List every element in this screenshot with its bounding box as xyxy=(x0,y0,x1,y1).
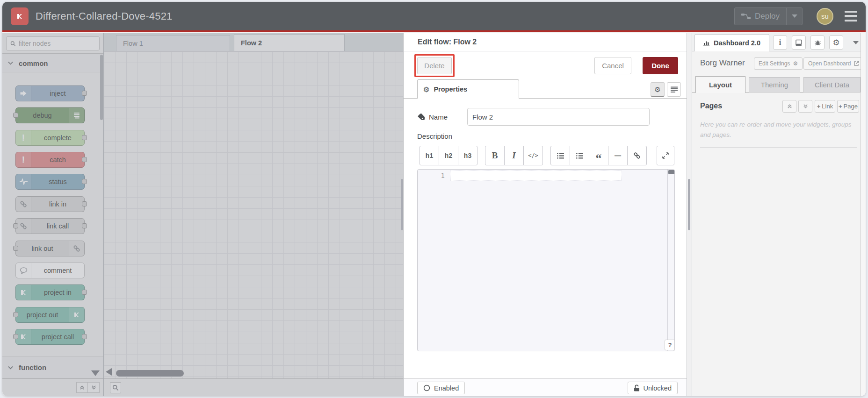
sidebar-resize-handle[interactable] xyxy=(688,179,690,230)
bug-icon xyxy=(814,39,821,46)
quote-button[interactable]: “ xyxy=(589,146,608,165)
settings-button[interactable]: ⚙ xyxy=(829,36,843,50)
node-port-output xyxy=(82,334,87,339)
h2-button[interactable]: h2 xyxy=(439,146,458,165)
angle-double-up-icon xyxy=(80,385,85,390)
edit-settings-button[interactable]: Edit Settings ⚙ xyxy=(754,57,803,70)
palette-filter-input[interactable] xyxy=(19,40,95,47)
open-dashboard-button[interactable]: Open Dashboard xyxy=(803,57,864,70)
italic-button[interactable]: I xyxy=(504,146,524,165)
h1-button[interactable]: h1 xyxy=(420,146,439,165)
zoom-search-button[interactable] xyxy=(110,382,121,393)
palette-node-project-in[interactable]: project in xyxy=(15,284,85,300)
move-up-button[interactable] xyxy=(782,100,796,113)
palette-scrollbar[interactable] xyxy=(100,55,103,120)
palette-expand-all-button[interactable] xyxy=(88,382,100,393)
exclamation-icon: ! xyxy=(16,152,31,167)
palette-node-comment[interactable]: comment xyxy=(15,263,85,278)
category-label: function xyxy=(19,363,46,371)
done-button[interactable]: Done xyxy=(643,57,678,74)
horizontal-rule-button[interactable]: — xyxy=(608,146,628,165)
ordered-list-button[interactable] xyxy=(550,146,570,165)
help-book-button[interactable] xyxy=(792,36,806,50)
tab-client-data[interactable]: Client Data xyxy=(803,77,861,92)
node-description-button[interactable] xyxy=(667,82,681,97)
divider xyxy=(700,147,857,148)
delete-button[interactable]: Delete xyxy=(417,57,452,74)
tab-layout[interactable]: Layout xyxy=(695,76,745,93)
flow-locked-toggle[interactable]: Unlocked xyxy=(628,382,678,394)
link-button[interactable] xyxy=(627,146,647,165)
debug-bug-button[interactable] xyxy=(810,36,825,50)
description-editor[interactable]: 1 ? xyxy=(417,169,675,351)
add-link-button[interactable]: + Link xyxy=(815,100,835,113)
palette-node-complete[interactable]: ! complete xyxy=(15,130,85,146)
palette-node-status[interactable]: status xyxy=(15,174,85,190)
flow-enabled-toggle[interactable]: Enabled xyxy=(417,382,465,394)
node-port-output xyxy=(82,201,87,206)
editor-help-button[interactable]: ? xyxy=(665,340,675,350)
main-menu-button[interactable] xyxy=(845,11,857,22)
link-icon xyxy=(69,241,84,256)
unordered-list-button[interactable] xyxy=(570,146,589,165)
node-red-window: Different-Collared-Dove-4521 Deploy su xyxy=(2,2,866,396)
flow-name-input[interactable] xyxy=(467,108,650,126)
tab-flow-1[interactable]: Flow 1 xyxy=(116,35,230,51)
palette-node-link-in[interactable]: link in xyxy=(15,196,85,212)
node-port-output xyxy=(82,91,87,96)
scroll-left-icon[interactable] xyxy=(106,368,112,376)
palette-node-inject[interactable]: inject xyxy=(15,85,85,101)
edit-flow-tray: Edit flow: Flow 2 Delete Cancel Done ⚙ P… xyxy=(403,33,687,396)
palette-collapse-all-button[interactable] xyxy=(76,382,88,393)
chevron-down-icon[interactable] xyxy=(853,41,859,44)
user-avatar[interactable]: su xyxy=(817,8,833,25)
node-settings-button[interactable]: ⚙ xyxy=(651,82,665,97)
palette-category-common[interactable]: common xyxy=(2,54,103,72)
tab-dashboard-2[interactable]: Dashboard 2.0 xyxy=(694,34,769,51)
node-port-output xyxy=(82,157,87,162)
palette-scroll-down-icon[interactable] xyxy=(91,370,100,376)
arrow-right-icon xyxy=(16,86,31,101)
cancel-button[interactable]: Cancel xyxy=(594,57,631,74)
palette-category-function[interactable]: function xyxy=(2,356,103,378)
flow-canvas[interactable] xyxy=(104,51,403,378)
palette-node-link-call[interactable]: link call xyxy=(15,218,85,234)
code-button[interactable]: </> xyxy=(523,146,543,165)
chevron-down-icon xyxy=(8,61,13,65)
tab-theming[interactable]: Theming xyxy=(749,77,800,92)
palette-node-debug[interactable]: debug xyxy=(15,107,85,123)
expand-icon xyxy=(662,152,669,159)
node-port-output xyxy=(82,290,87,295)
palette-node-project-call[interactable]: project call xyxy=(15,329,85,345)
plus-icon: + xyxy=(839,103,842,110)
search-icon xyxy=(10,41,16,47)
deploy-button[interactable]: Deploy xyxy=(734,7,803,25)
add-page-button[interactable]: + Page xyxy=(837,100,859,113)
bold-button[interactable]: B xyxy=(485,146,505,165)
tag-icon xyxy=(417,113,425,121)
palette-search xyxy=(2,33,103,54)
palette-footer xyxy=(2,378,103,396)
palette-node-link-out[interactable]: link out xyxy=(15,241,85,256)
page-title: Different-Collared-Dove-4521 xyxy=(36,10,173,22)
tab-flow-2[interactable]: Flow 2 xyxy=(234,34,345,51)
deploy-options-button[interactable] xyxy=(786,8,802,25)
expand-editor-button[interactable] xyxy=(657,146,674,165)
palette-filter-box[interactable] xyxy=(6,36,100,50)
palette-node-catch[interactable]: ! catch xyxy=(15,152,85,168)
unlock-icon xyxy=(634,384,640,391)
sidebar-scrollbar-track[interactable] xyxy=(861,33,866,396)
name-row: Name xyxy=(417,108,650,126)
deploy-icon xyxy=(741,13,751,20)
angle-double-down-icon xyxy=(91,385,96,390)
chevron-down-icon xyxy=(792,14,797,18)
h3-button[interactable]: h3 xyxy=(458,146,477,165)
move-down-button[interactable] xyxy=(798,100,812,113)
node-port-output xyxy=(82,135,87,140)
horizontal-scrollbar[interactable] xyxy=(116,370,184,377)
palette-node-project-out[interactable]: project out xyxy=(15,307,85,323)
tray-resize-handle[interactable] xyxy=(401,179,403,230)
info-button[interactable]: i xyxy=(773,36,787,50)
tab-properties[interactable]: ⚙ Properties xyxy=(417,79,519,99)
editor-scrollbar-thumb[interactable] xyxy=(668,170,675,174)
